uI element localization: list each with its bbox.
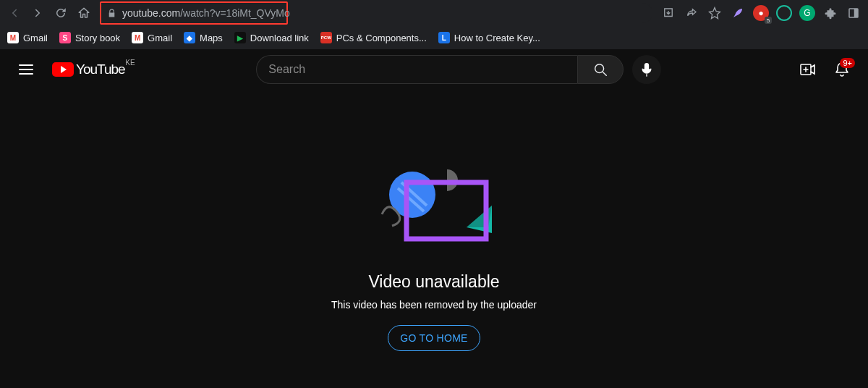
bookmark-label: PCs & Components... bbox=[336, 33, 427, 43]
menu-button[interactable] bbox=[12, 55, 41, 84]
bookmark-label: Gmail bbox=[23, 33, 48, 43]
create-button[interactable] bbox=[793, 55, 822, 84]
bookmark-item[interactable]: MGmail bbox=[7, 32, 48, 43]
notifications-button[interactable]: 9+ bbox=[827, 55, 856, 84]
bookmark-label: How to Create Key... bbox=[454, 33, 540, 43]
go-home-button[interactable]: GO TO HOME bbox=[388, 325, 480, 351]
bookmark-favicon: ◆ bbox=[184, 32, 195, 43]
install-app-icon[interactable] bbox=[658, 3, 678, 23]
bookmark-item[interactable]: LHow to Create Key... bbox=[438, 32, 540, 43]
svg-rect-1 bbox=[854, 9, 858, 17]
bookmark-label: Download link bbox=[250, 33, 309, 43]
bookmark-star-icon[interactable] bbox=[705, 3, 725, 23]
create-icon bbox=[799, 61, 816, 78]
bookmark-favicon: S bbox=[59, 32, 71, 43]
bookmark-favicon: PCW bbox=[320, 32, 332, 43]
youtube-play-icon bbox=[52, 62, 74, 77]
extensions-puzzle-icon[interactable] bbox=[820, 3, 841, 23]
search-input[interactable] bbox=[256, 55, 577, 84]
error-subtitle: This video has been removed by the uploa… bbox=[331, 299, 537, 311]
browser-toolbar: youtube.com/watch?v=18iMt_QVyMo ●5 G bbox=[0, 0, 868, 26]
hamburger-icon bbox=[17, 61, 35, 78]
bookmark-favicon: L bbox=[438, 32, 450, 43]
youtube-logo-text: YouTube bbox=[76, 62, 125, 77]
unavailable-illustration bbox=[362, 155, 506, 256]
voice-search-button[interactable] bbox=[632, 55, 661, 84]
youtube-country-code: KE bbox=[125, 59, 135, 67]
notifications-badge: 9+ bbox=[840, 58, 855, 68]
bookmark-item[interactable]: PCWPCs & Components... bbox=[320, 32, 427, 43]
bookmark-label: Gmail bbox=[148, 33, 172, 43]
bookmark-label: Maps bbox=[200, 33, 223, 43]
url-text: youtube.com/watch?v=18iMt_QVyMo bbox=[122, 7, 290, 19]
search-button[interactable] bbox=[577, 55, 624, 84]
sidepanel-icon[interactable] bbox=[843, 3, 864, 23]
youtube-header: YouTube KE 9+ bbox=[0, 49, 868, 90]
browser-actions-right: ●5 G bbox=[658, 3, 864, 23]
browser-chrome: youtube.com/watch?v=18iMt_QVyMo ●5 G MGm… bbox=[0, 0, 868, 49]
search-form bbox=[256, 55, 624, 84]
bookmark-item[interactable]: SStory book bbox=[59, 32, 120, 43]
bookmark-label: Story book bbox=[75, 33, 120, 43]
home-button[interactable] bbox=[74, 3, 94, 23]
bookmark-favicon: M bbox=[132, 32, 143, 43]
bookmark-favicon: ▶ bbox=[234, 32, 246, 43]
microphone-icon bbox=[639, 62, 654, 77]
error-content: Video unavailable This video has been re… bbox=[0, 90, 868, 388]
back-button[interactable] bbox=[4, 3, 25, 23]
svg-point-2 bbox=[595, 64, 604, 73]
search-icon bbox=[592, 62, 608, 77]
address-bar[interactable]: youtube.com/watch?v=18iMt_QVyMo bbox=[100, 3, 652, 23]
extension-teal-icon[interactable] bbox=[774, 3, 794, 23]
bookmark-item[interactable]: MGmail bbox=[132, 32, 172, 43]
reload-button[interactable] bbox=[51, 3, 71, 23]
bookmark-favicon: M bbox=[7, 32, 19, 43]
bookmark-item[interactable]: ◆Maps bbox=[184, 32, 223, 43]
share-icon[interactable] bbox=[681, 3, 702, 23]
bookmark-item[interactable]: ▶Download link bbox=[234, 32, 309, 43]
youtube-logo[interactable]: YouTube KE bbox=[52, 62, 125, 77]
extension-feather-icon[interactable] bbox=[728, 3, 748, 23]
forward-button[interactable] bbox=[27, 3, 48, 23]
extension-badge: 5 bbox=[765, 17, 772, 24]
error-title: Video unavailable bbox=[368, 272, 499, 292]
lock-icon bbox=[107, 9, 116, 18]
extension-red-icon[interactable]: ●5 bbox=[751, 3, 771, 23]
extension-green-icon[interactable]: G bbox=[797, 3, 817, 23]
bookmarks-bar: MGmailSStory bookMGmail◆Maps▶Download li… bbox=[0, 26, 868, 49]
